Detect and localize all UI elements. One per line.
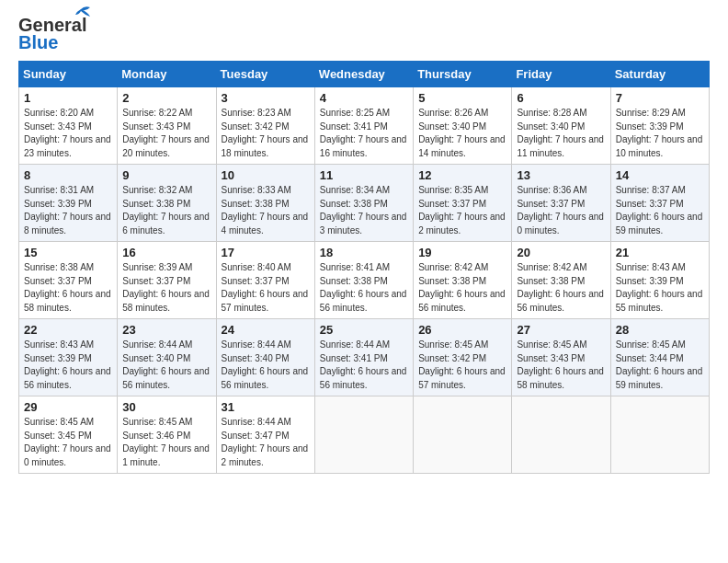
column-header-wednesday: Wednesday	[314, 62, 413, 87]
calendar-day-cell: 22 Sunrise: 8:43 AMSunset: 3:39 PMDaylig…	[19, 319, 118, 396]
calendar-day-cell: 21 Sunrise: 8:43 AMSunset: 3:39 PMDaylig…	[610, 242, 709, 319]
day-info: Sunrise: 8:42 AMSunset: 3:38 PMDaylight:…	[517, 262, 604, 313]
day-info: Sunrise: 8:29 AMSunset: 3:39 PMDaylight:…	[616, 108, 703, 158]
day-number: 11	[320, 168, 408, 182]
day-number: 17	[222, 246, 310, 259]
day-info: Sunrise: 8:36 AMSunset: 3:37 PMDaylight:…	[517, 185, 604, 236]
day-info: Sunrise: 8:45 AMSunset: 3:42 PMDaylight:…	[418, 339, 506, 390]
column-header-monday: Monday	[118, 62, 216, 87]
day-info: Sunrise: 8:45 AMSunset: 3:45 PMDaylight:…	[24, 417, 111, 467]
calendar-day-cell	[314, 396, 413, 474]
day-number: 14	[616, 168, 704, 182]
column-header-thursday: Thursday	[414, 62, 512, 87]
day-number: 2	[122, 91, 210, 105]
day-number: 22	[24, 323, 112, 337]
day-info: Sunrise: 8:39 AMSunset: 3:37 PMDaylight:…	[122, 262, 210, 313]
calendar-day-cell: 8 Sunrise: 8:31 AMSunset: 3:39 PMDayligh…	[19, 165, 118, 242]
day-info: Sunrise: 8:32 AMSunset: 3:38 PMDaylight:…	[122, 185, 210, 236]
day-info: Sunrise: 8:43 AMSunset: 3:39 PMDaylight:…	[616, 262, 703, 313]
calendar-day-cell: 11 Sunrise: 8:34 AMSunset: 3:38 PMDaylig…	[314, 165, 413, 242]
page-header: General Blue	[18, 15, 710, 53]
day-number: 18	[320, 246, 408, 259]
calendar-day-cell: 13 Sunrise: 8:36 AMSunset: 3:37 PMDaylig…	[512, 165, 610, 242]
calendar-day-cell: 20 Sunrise: 8:42 AMSunset: 3:38 PMDaylig…	[512, 242, 610, 319]
calendar-day-cell	[512, 396, 610, 474]
day-info: Sunrise: 8:44 AMSunset: 3:41 PMDaylight:…	[320, 339, 407, 390]
calendar-day-cell: 17 Sunrise: 8:40 AMSunset: 3:37 PMDaylig…	[216, 242, 314, 319]
day-number: 31	[222, 400, 310, 414]
calendar-day-cell: 15 Sunrise: 8:38 AMSunset: 3:37 PMDaylig…	[19, 242, 118, 319]
day-info: Sunrise: 8:35 AMSunset: 3:37 PMDaylight:…	[418, 185, 506, 236]
calendar-day-cell: 27 Sunrise: 8:45 AMSunset: 3:43 PMDaylig…	[512, 319, 610, 396]
day-number: 4	[320, 91, 408, 105]
calendar-day-cell: 4 Sunrise: 8:25 AMSunset: 3:41 PMDayligh…	[314, 87, 413, 165]
day-number: 16	[122, 246, 210, 259]
calendar-day-cell: 14 Sunrise: 8:37 AMSunset: 3:37 PMDaylig…	[610, 165, 709, 242]
day-number: 27	[517, 323, 605, 337]
calendar-day-cell: 12 Sunrise: 8:35 AMSunset: 3:37 PMDaylig…	[414, 165, 512, 242]
day-info: Sunrise: 8:28 AMSunset: 3:40 PMDaylight:…	[517, 108, 604, 158]
calendar-day-cell: 6 Sunrise: 8:28 AMSunset: 3:40 PMDayligh…	[512, 87, 610, 165]
day-number: 3	[222, 91, 310, 105]
column-header-saturday: Saturday	[610, 62, 709, 87]
day-number: 13	[517, 168, 605, 182]
calendar-day-cell	[610, 396, 709, 474]
day-info: Sunrise: 8:44 AMSunset: 3:40 PMDaylight:…	[122, 339, 210, 390]
day-number: 23	[122, 323, 210, 337]
calendar-day-cell: 24 Sunrise: 8:44 AMSunset: 3:40 PMDaylig…	[216, 319, 314, 396]
calendar-table: SundayMondayTuesdayWednesdayThursdayFrid…	[18, 61, 710, 474]
calendar-day-cell: 7 Sunrise: 8:29 AMSunset: 3:39 PMDayligh…	[610, 87, 709, 165]
day-info: Sunrise: 8:26 AMSunset: 3:40 PMDaylight:…	[418, 108, 506, 158]
day-number: 30	[122, 400, 210, 414]
calendar-week-row: 29 Sunrise: 8:45 AMSunset: 3:45 PMDaylig…	[19, 396, 710, 474]
day-info: Sunrise: 8:20 AMSunset: 3:43 PMDaylight:…	[24, 108, 111, 158]
calendar-day-cell: 31 Sunrise: 8:44 AMSunset: 3:47 PMDaylig…	[216, 396, 314, 474]
day-info: Sunrise: 8:31 AMSunset: 3:39 PMDaylight:…	[24, 185, 111, 236]
day-info: Sunrise: 8:38 AMSunset: 3:37 PMDaylight:…	[24, 262, 111, 313]
calendar-day-cell: 2 Sunrise: 8:22 AMSunset: 3:43 PMDayligh…	[118, 87, 216, 165]
calendar-day-cell: 10 Sunrise: 8:33 AMSunset: 3:38 PMDaylig…	[216, 165, 314, 242]
calendar-header-row: SundayMondayTuesdayWednesdayThursdayFrid…	[19, 62, 710, 87]
day-info: Sunrise: 8:44 AMSunset: 3:40 PMDaylight:…	[222, 339, 309, 390]
column-header-tuesday: Tuesday	[216, 62, 314, 87]
column-header-sunday: Sunday	[19, 62, 118, 87]
calendar-day-cell: 29 Sunrise: 8:45 AMSunset: 3:45 PMDaylig…	[19, 396, 118, 474]
day-info: Sunrise: 8:22 AMSunset: 3:43 PMDaylight:…	[122, 108, 210, 158]
day-number: 1	[24, 91, 112, 105]
day-info: Sunrise: 8:43 AMSunset: 3:39 PMDaylight:…	[24, 339, 111, 390]
day-number: 15	[24, 246, 112, 259]
day-number: 10	[222, 168, 310, 182]
day-number: 6	[517, 91, 605, 105]
calendar-day-cell: 28 Sunrise: 8:45 AMSunset: 3:44 PMDaylig…	[610, 319, 709, 396]
day-number: 9	[122, 168, 210, 182]
calendar-day-cell: 1 Sunrise: 8:20 AMSunset: 3:43 PMDayligh…	[19, 87, 118, 165]
day-info: Sunrise: 8:33 AMSunset: 3:38 PMDaylight:…	[222, 185, 309, 236]
day-number: 5	[418, 91, 506, 105]
day-number: 8	[24, 168, 112, 182]
calendar-week-row: 8 Sunrise: 8:31 AMSunset: 3:39 PMDayligh…	[19, 165, 710, 242]
day-info: Sunrise: 8:40 AMSunset: 3:37 PMDaylight:…	[222, 262, 309, 313]
bird-icon	[72, 6, 92, 22]
calendar-day-cell: 16 Sunrise: 8:39 AMSunset: 3:37 PMDaylig…	[118, 242, 216, 319]
day-number: 25	[320, 323, 408, 337]
calendar-day-cell: 5 Sunrise: 8:26 AMSunset: 3:40 PMDayligh…	[414, 87, 512, 165]
day-info: Sunrise: 8:42 AMSunset: 3:38 PMDaylight:…	[418, 262, 506, 313]
day-number: 21	[616, 246, 704, 259]
day-info: Sunrise: 8:25 AMSunset: 3:41 PMDaylight:…	[320, 108, 407, 158]
day-info: Sunrise: 8:37 AMSunset: 3:37 PMDaylight:…	[616, 185, 703, 236]
day-info: Sunrise: 8:41 AMSunset: 3:38 PMDaylight:…	[320, 262, 407, 313]
logo: General Blue	[18, 15, 86, 53]
day-info: Sunrise: 8:23 AMSunset: 3:42 PMDaylight:…	[222, 108, 309, 158]
calendar-day-cell: 23 Sunrise: 8:44 AMSunset: 3:40 PMDaylig…	[118, 319, 216, 396]
day-info: Sunrise: 8:45 AMSunset: 3:46 PMDaylight:…	[122, 417, 210, 467]
calendar-day-cell: 19 Sunrise: 8:42 AMSunset: 3:38 PMDaylig…	[414, 242, 512, 319]
day-number: 20	[517, 246, 605, 259]
calendar-week-row: 1 Sunrise: 8:20 AMSunset: 3:43 PMDayligh…	[19, 87, 710, 165]
day-number: 28	[616, 323, 704, 337]
column-header-friday: Friday	[512, 62, 610, 87]
calendar-day-cell: 30 Sunrise: 8:45 AMSunset: 3:46 PMDaylig…	[118, 396, 216, 474]
day-info: Sunrise: 8:34 AMSunset: 3:38 PMDaylight:…	[320, 185, 407, 236]
day-number: 19	[418, 246, 506, 259]
day-number: 12	[418, 168, 506, 182]
day-info: Sunrise: 8:45 AMSunset: 3:43 PMDaylight:…	[517, 339, 604, 390]
